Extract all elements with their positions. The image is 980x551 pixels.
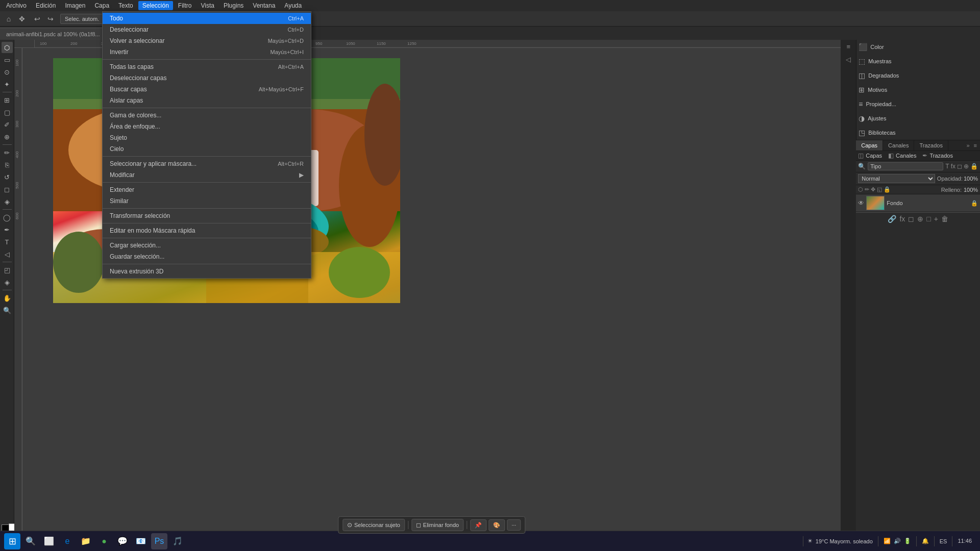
undo-icon[interactable]: ↩ [32,13,43,24]
small-panel-expand[interactable]: ≡ [846,42,852,52]
menu-seleccionar-mascara[interactable]: Seleccionar y aplicar máscara... Alt+Ctr… [103,158,311,169]
taskbar-task-view[interactable]: ⬜ [41,533,57,549]
layer-visibility-icon[interactable]: 👁 [858,199,864,207]
fill-value[interactable]: 100% [964,187,978,193]
menu-buscar-capas[interactable]: Buscar capas Alt+Mayús+Ctrl+F [103,84,311,95]
move-icon[interactable]: ✥ [16,13,28,24]
panel-ajustes[interactable]: ◑ Ajustes [859,114,978,122]
layers-search-input[interactable] [868,162,943,170]
menu-cargar[interactable]: Cargar selección... [103,240,311,251]
menu-area-enfoque[interactable]: Área de enfoque... [103,121,311,132]
blend-mode-select[interactable]: Normal [858,174,935,183]
menu-cielo[interactable]: Cielo [103,143,311,155]
layers-filter-fx[interactable]: fx [951,163,955,170]
network-icon[interactable]: 📶 [884,538,891,544]
taskbar-edge[interactable]: e [59,533,76,549]
tool-pen[interactable]: ✒ [2,224,13,235]
tool-gradient[interactable]: ◈ [2,196,13,207]
home-icon[interactable]: ⌂ [3,13,14,24]
add-layer-icon[interactable]: + [934,215,938,223]
add-mask-icon[interactable]: ◻ [908,215,914,223]
close-panel-icon[interactable]: ≡ [973,141,978,149]
expand-all-icon[interactable]: » [965,141,970,149]
taskbar-search[interactable]: 🔍 [22,533,39,549]
menu-filtro[interactable]: Filtro [174,1,196,10]
menu-sujeto[interactable]: Sujeto [103,132,311,143]
add-group-icon[interactable]: □ [926,215,930,223]
layer-item[interactable]: 👁 Fondo 🔒 [856,194,980,212]
add-adjustment-icon[interactable]: ⊕ [917,215,923,223]
menu-seleccion[interactable]: Selección [138,1,173,10]
menu-deseleccionar[interactable]: Deseleccionar Ctrl+D [103,24,311,35]
tool-hand[interactable]: ✋ [2,292,13,304]
menu-capa[interactable]: Capa [90,1,113,10]
menu-guardar[interactable]: Guardar selección... [103,251,311,262]
menu-ayuda[interactable]: Ayuda [280,1,306,10]
trazados-icon[interactable]: ✒ [922,152,927,159]
tool-frame[interactable]: ▢ [2,107,13,118]
panel-color[interactable]: ⬛ Color [859,43,978,51]
opacity-value[interactable]: 100% [964,176,978,182]
tool-move[interactable]: ⬡ [2,42,13,53]
canales-icon[interactable]: ◧ [888,152,894,159]
menu-imagen[interactable]: Imagen [61,1,89,10]
small-panel-collapse[interactable]: ◁ [845,55,852,64]
lock-artboard-icon[interactable]: ◱ [877,186,882,193]
tool-burn[interactable]: ◯ [2,212,13,223]
menu-nueva-extrusion[interactable]: Nueva extrusión 3D [103,266,311,277]
panel-degradados[interactable]: ◫ Degradados [859,71,978,80]
lock-move-icon[interactable]: ✥ [871,186,875,193]
menu-editar-mascara[interactable]: Editar en modo Máscara rápida [103,225,311,236]
start-button[interactable]: ⊞ [4,533,20,549]
taskbar-outlook[interactable]: 📧 [133,533,149,549]
lock-all-icon[interactable]: 🔒 [884,186,891,193]
tool-stamp[interactable]: ⎘ [2,159,13,170]
menu-vista[interactable]: Vista [197,1,218,10]
layers-filter-smart[interactable]: 🔒 [970,163,978,170]
capas-icon[interactable]: ◫ [858,152,864,159]
color-button[interactable]: 🎨 [488,519,505,531]
menu-plugins[interactable]: Plugins [219,1,248,10]
taskbar-explorer[interactable]: 📁 [78,533,94,549]
menu-similar[interactable]: Similar [103,195,311,207]
panel-muestras[interactable]: ⬚ Muestras [859,57,978,65]
redo-icon[interactable]: ↪ [45,13,56,24]
tool-marquee[interactable]: ▭ [2,54,13,65]
more-button[interactable]: ··· [507,519,521,531]
menu-invertir[interactable]: Invertir Mayús+Ctrl+I [103,46,311,58]
menu-ventana[interactable]: Ventana [249,1,279,10]
tool-wand[interactable]: ✦ [2,79,13,90]
tool-crop[interactable]: ⊞ [2,94,13,106]
panel-motivos[interactable]: ⊞ Motivos [859,86,978,94]
taskbar-photoshop[interactable]: Ps [151,533,167,549]
layers-filter-t[interactable]: T [945,163,949,170]
lock-transparent-icon[interactable]: ⬡ [858,186,863,193]
tool-shape[interactable]: ◰ [2,264,13,276]
panel-bibliotecas[interactable]: ◳ Bibliotecas [859,129,978,137]
pin-button[interactable]: 📌 [470,519,486,531]
tool-text[interactable]: T [2,236,13,247]
menu-volver-seleccionar[interactable]: Volver a seleccionar Mayús+Ctrl+D [103,35,311,46]
tool-zoom[interactable]: 🔍 [2,305,13,316]
layers-filter-mask[interactable]: ◻ [957,163,962,170]
tool-brush[interactable]: ✏ [2,147,13,158]
menu-modificar[interactable]: Modificar ▶ [103,169,311,181]
tool-spot-heal[interactable]: ⊕ [2,131,13,142]
battery-icon[interactable]: 🔋 [904,538,911,544]
menu-todo[interactable]: Todo Ctrl+A [103,13,311,24]
menu-gama-colores[interactable]: Gama de colores... [103,110,311,121]
tool-lasso[interactable]: ⊙ [2,66,13,78]
tab-canales[interactable]: Canales [883,140,914,151]
layers-filter-adj[interactable]: ⊕ [964,163,969,170]
remove-bg-button[interactable]: ◻ Eliminar fondo [411,519,463,531]
tool-3d[interactable]: ◈ [2,277,13,288]
link-layers-icon[interactable]: 🔗 [888,215,896,223]
taskbar-media[interactable]: 🎵 [169,533,186,549]
menu-aislar-capas[interactable]: Aislar capas [103,95,311,106]
tool-eyedropper[interactable]: ✐ [2,119,13,130]
delete-layer-icon[interactable]: 🗑 [941,215,948,223]
add-effect-icon[interactable]: fx [899,215,905,223]
tool-history[interactable]: ↺ [2,171,13,183]
volume-icon[interactable]: 🔊 [894,538,901,544]
menu-edicion[interactable]: Edición [32,1,60,10]
